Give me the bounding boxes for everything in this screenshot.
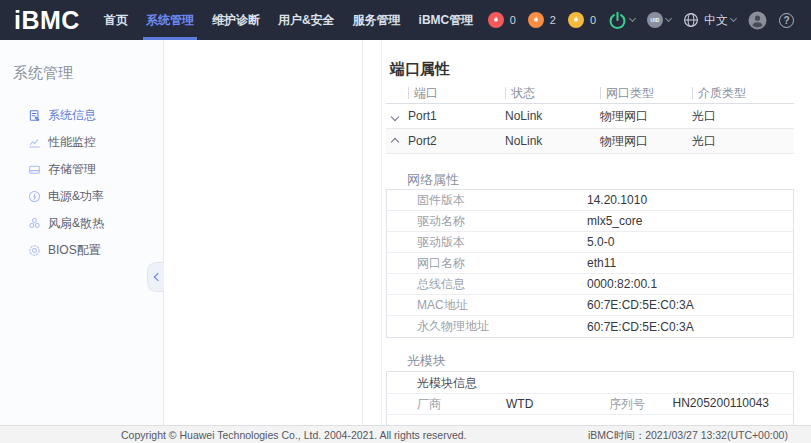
storage-icon bbox=[28, 163, 41, 176]
network-attributes-table: 固件版本 14.20.1010 驱动名称 mlx5_core 驱动版本 5.0-… bbox=[386, 189, 794, 338]
help-icon[interactable]: ? bbox=[779, 13, 794, 28]
nav-user-security[interactable]: 用户&安全 bbox=[269, 0, 344, 40]
line-chart-icon bbox=[28, 136, 41, 149]
critical-alarm-icon bbox=[488, 12, 504, 28]
table-row: MAC地址 60:7E:CD:5E:C0:3A bbox=[387, 295, 793, 316]
attr-label: 网口名称 bbox=[387, 255, 587, 272]
port-status: NoLink bbox=[505, 134, 600, 148]
power-icon bbox=[608, 11, 627, 30]
fan-icon bbox=[28, 217, 41, 230]
port-name: Port1 bbox=[408, 109, 505, 123]
globe-icon bbox=[683, 12, 699, 28]
sidebar-item-system-info[interactable]: 系统信息 bbox=[0, 102, 163, 129]
power-control-dropdown[interactable] bbox=[608, 11, 635, 30]
column-header-status: 状态 bbox=[505, 87, 535, 99]
language-selector[interactable]: 中文 bbox=[683, 12, 736, 29]
sidebar-item-label: 存储管理 bbox=[48, 161, 96, 178]
table-row: 固件版本 14.20.1010 bbox=[387, 190, 793, 211]
uid-icon: UID bbox=[647, 12, 663, 28]
column-header-port-type: 网口类型 bbox=[600, 87, 654, 99]
sidebar-item-label: BIOS配置 bbox=[48, 242, 101, 259]
minor-alarm-icon bbox=[568, 12, 584, 28]
nav-service-management[interactable]: 服务管理 bbox=[344, 0, 410, 40]
sidebar-menu: 系统信息 性能监控 存储管理 电源&功率 bbox=[0, 102, 163, 264]
panel-divider bbox=[381, 40, 382, 425]
port-type: 物理网口 bbox=[600, 108, 692, 125]
attr-label: 永久物理地址 bbox=[387, 318, 587, 335]
ibmc-app: iBMC 首页 系统管理 维护诊断 用户&安全 服务管理 iBMC管理 0 2 bbox=[0, 0, 811, 443]
main-nav: 首页 系统管理 维护诊断 用户&安全 服务管理 iBMC管理 bbox=[95, 0, 482, 40]
ibmc-time: iBMC时间：2021/03/27 13:32(UTC+00:00) bbox=[588, 429, 788, 443]
media-type: 光口 bbox=[692, 133, 794, 150]
gear-icon bbox=[28, 244, 41, 257]
serial-label: 序列号 bbox=[609, 396, 645, 413]
major-alarm-badge[interactable]: 2 bbox=[528, 12, 556, 28]
column-header-port: 端口 bbox=[408, 87, 438, 99]
copyright-text: Copyright © Huawei Technologies Co., Ltd… bbox=[121, 429, 467, 441]
chevron-down-icon bbox=[629, 15, 636, 22]
header-toolbar: 0 2 0 UID bbox=[488, 11, 811, 30]
sidebar-item-label: 性能监控 bbox=[48, 134, 96, 151]
attr-label: 总线信息 bbox=[387, 276, 587, 293]
collapse-chevron-icon[interactable] bbox=[391, 138, 399, 146]
attr-value: 60:7E:CD:5E:C0:3A bbox=[587, 298, 793, 312]
table-row: 总线信息 0000:82:00.1 bbox=[387, 274, 793, 295]
top-header: iBMC 首页 系统管理 维护诊断 用户&安全 服务管理 iBMC管理 0 2 bbox=[0, 0, 811, 40]
footer: Copyright © Huawei Technologies Co., Ltd… bbox=[0, 425, 811, 443]
sidebar-item-bios-config[interactable]: BIOS配置 bbox=[0, 237, 163, 264]
table-row: 驱动版本 5.0-0 bbox=[387, 232, 793, 253]
sidebar-item-power[interactable]: 电源&功率 bbox=[0, 183, 163, 210]
sidebar-item-label: 风扇&散热 bbox=[48, 215, 104, 232]
serial-value: HN205200110043 bbox=[672, 396, 769, 413]
attr-value: mlx5_core bbox=[587, 214, 793, 228]
attr-value: 14.20.1010 bbox=[587, 193, 793, 207]
panel-divider bbox=[362, 40, 363, 425]
table-row: 永久物理地址 60:7E:CD:5E:C0:3A bbox=[387, 316, 793, 337]
power-circle-icon bbox=[28, 190, 41, 203]
optical-module-info-header: 光模块信息 bbox=[387, 372, 793, 394]
language-label: 中文 bbox=[704, 12, 728, 29]
attr-value: 5.0-0 bbox=[587, 235, 793, 249]
nav-maintenance-diagnosis[interactable]: 维护诊断 bbox=[203, 0, 269, 40]
sidebar-collapse-button[interactable] bbox=[147, 262, 164, 292]
minor-alarm-badge[interactable]: 0 bbox=[568, 12, 596, 28]
sidebar-item-label: 系统信息 bbox=[48, 107, 96, 124]
user-avatar-icon[interactable] bbox=[748, 11, 767, 30]
uid-led-dropdown[interactable]: UID bbox=[647, 12, 671, 28]
media-type: 光口 bbox=[692, 108, 794, 125]
major-alarm-count: 2 bbox=[550, 14, 556, 26]
chevron-down-icon bbox=[665, 15, 672, 22]
table-row-port1[interactable]: Port1 NoLink 物理网口 光口 bbox=[386, 104, 794, 129]
chevron-left-icon bbox=[153, 273, 161, 281]
network-attributes-title: 网络属性 bbox=[407, 171, 794, 187]
port-name: Port2 bbox=[408, 134, 505, 148]
attr-label: 驱动名称 bbox=[387, 213, 587, 230]
attr-value: 60:7E:CD:5E:C0:3A bbox=[587, 320, 793, 334]
major-alarm-icon bbox=[528, 12, 544, 28]
vendor-value: WTD bbox=[506, 397, 609, 411]
column-header-media-type: 介质类型 bbox=[692, 87, 746, 99]
expand-chevron-icon[interactable] bbox=[391, 113, 399, 121]
attr-label: MAC地址 bbox=[387, 297, 587, 314]
port-type: 物理网口 bbox=[600, 133, 692, 150]
attr-label: 驱动版本 bbox=[387, 234, 587, 251]
critical-alarm-badge[interactable]: 0 bbox=[488, 12, 516, 28]
nav-ibmc-management[interactable]: iBMC管理 bbox=[410, 0, 483, 40]
table-row: 厂商 WTD 序列号 HN205200110043 bbox=[387, 394, 793, 415]
optical-module-title: 光模块 bbox=[407, 352, 794, 368]
table-row: 驱动名称 mlx5_core bbox=[387, 211, 793, 232]
table-row-port2[interactable]: Port2 NoLink 物理网口 光口 bbox=[386, 129, 794, 154]
port-properties-panel: 端口属性 端口 状态 网口类型 介质类型 Port1 NoLink 物理网口 光… bbox=[386, 40, 794, 441]
document-icon bbox=[28, 109, 41, 122]
sidebar-item-fan-cooling[interactable]: 风扇&散热 bbox=[0, 210, 163, 237]
minor-alarm-count: 0 bbox=[590, 14, 596, 26]
chevron-down-icon bbox=[730, 15, 737, 22]
attr-value: eth11 bbox=[587, 256, 793, 270]
sidebar-item-storage[interactable]: 存储管理 bbox=[0, 156, 163, 183]
vendor-label: 厂商 bbox=[387, 396, 506, 413]
nav-system-management[interactable]: 系统管理 bbox=[137, 0, 203, 40]
attr-value: 0000:82:00.1 bbox=[587, 277, 793, 291]
sidebar-item-performance[interactable]: 性能监控 bbox=[0, 129, 163, 156]
ibmc-time-label: iBMC时间： bbox=[588, 429, 645, 441]
nav-home[interactable]: 首页 bbox=[95, 0, 137, 40]
